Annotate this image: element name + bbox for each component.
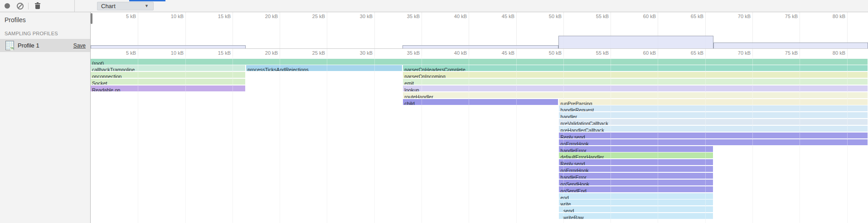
profile-view-select[interactable]: Chart ▼ [97,2,154,10]
gridline [327,49,327,223]
record-icon [5,3,10,9]
overview-memory-step [558,36,713,48]
frame-label: handleError [559,148,586,152]
flame-frame[interactable]: routeHandler [403,92,868,98]
frame-label: Readable.on [91,87,120,91]
profile-name: Profile 1 [18,42,39,49]
flame-frame[interactable]: preHandlerCallback [559,126,868,132]
flame-frame[interactable]: onErrorHook [559,139,868,145]
axis-tick-label: 35 kB [407,14,422,19]
sidebar: Profiles SAMPLING PROFILES Profile 1 Sav… [0,12,91,223]
flame-frame[interactable]: onconnection [91,72,245,78]
frame-label: onSendEnd [559,188,587,192]
flame-frame[interactable]: Readable.on [91,85,245,91]
flame-frame[interactable]: end [559,193,713,199]
gridline [138,12,138,48]
flame-frame[interactable]: Reply.send [559,159,713,165]
flame-frame[interactable]: processTicksAndRejections [246,65,402,71]
axis-tick-label: 60 kB [643,14,658,19]
flame-frame[interactable]: handleError [559,146,713,152]
frame-label: preValidationCallback [559,121,608,125]
axis-tick-label: 75 kB [785,50,800,56]
frame-label: onconnection [91,74,121,78]
flame-frame[interactable]: Reply.send [559,133,868,138]
axis-tick-label: 5 kB [126,50,138,56]
flame-frame[interactable]: handleRequest [559,105,868,111]
gridline [516,12,517,48]
frame-label: handleRequest [559,107,594,111]
frame-label: handleError [559,175,586,179]
sidebar-section-label: SAMPLING PROFILES [0,27,90,39]
frame-label: emit [403,81,414,85]
active-tab-underline [129,0,165,1]
frame-label: onSendHook [559,181,589,185]
flame-frame[interactable]: (root) [91,59,868,65]
clear-profiles-button[interactable] [15,0,25,11]
flame-frame[interactable]: emit [403,79,868,85]
block-icon [17,3,24,9]
axis-tick-label: 30 kB [360,50,374,56]
gridline [280,12,280,48]
chevron-down-icon: ▼ [145,4,150,8]
axis-tick-label: 50 kB [549,14,563,19]
frame-label: onErrorHook [559,168,588,172]
save-profile-link[interactable]: Save [73,43,86,49]
flame-frame[interactable]: runPreParsing [559,99,868,105]
flame-frame[interactable]: Socket [91,79,245,85]
axis-tick-label: 55 kB [596,14,611,19]
flame-frame[interactable]: parserOnHeadersComplete [403,65,868,71]
flame-frame[interactable]: handleError [559,173,713,179]
flame-frame[interactable]: lookup [403,85,868,91]
frame-label: parserOnIncoming [403,74,446,78]
gridline [327,12,327,48]
gridline [374,49,375,223]
flame-frame[interactable]: onErrorHook [559,166,713,172]
axis-tick-label: 55 kB [596,50,611,56]
flame-frame[interactable]: _writeRaw [559,213,713,219]
axis-tick-label: 65 kB [691,50,705,56]
axis-tick-label: 65 kB [691,14,705,19]
axis-tick-label: 75 kB [785,14,800,19]
flame-frame[interactable]: defaultErrorHandler [559,152,713,158]
sampling-profile-icon [5,41,14,50]
record-button[interactable] [2,0,13,11]
axis-tick-label: 70 kB [738,50,752,56]
flame-frame[interactable]: _send [559,206,713,212]
axis-tick-label: 25 kB [312,14,327,19]
axis-tick-label: 35 kB [407,50,422,56]
axis-tick-label: 5 kB [126,14,138,19]
frame-label: preHandlerCallback [559,128,604,132]
axis-tick-label: 10 kB [171,50,185,56]
overview-memory-step [402,45,558,48]
delete-profile-button[interactable] [32,0,43,11]
sidebar-item-profile-1[interactable]: Profile 1 Save [0,39,90,52]
overview-window-handle[interactable] [91,13,92,24]
gridline [374,12,375,48]
frame-label: routeHandler [403,94,433,98]
overview-pane: 5 kB10 kB15 kB20 kB25 kB30 kB35 kB40 kB4… [91,12,868,49]
flame-chart: 5 kB10 kB15 kB20 kB25 kB30 kB35 kB40 kB4… [91,49,868,223]
flame-frame[interactable]: parserOnIncoming [403,72,868,78]
flame-frame[interactable]: callbackTrampoline [91,65,245,71]
axis-tick-label: 45 kB [502,50,516,56]
frame-label: processTicksAndRejections [246,67,309,71]
frame-label: (root) [91,61,104,65]
frame-label: _send [559,208,574,212]
flame-frame[interactable]: write_ [559,199,713,205]
axis-tick-label: 20 kB [265,14,280,19]
flame-frame[interactable]: onSendHook [559,180,713,185]
axis-tick-label: 50 kB [549,50,563,56]
flame-frame[interactable]: child [403,99,558,105]
flame-frame[interactable]: onSendEnd [559,186,713,192]
gridline [280,49,280,223]
flame-frame[interactable]: handler [559,112,868,118]
profile-view-select-value: Chart [101,3,116,9]
axis-tick-label: 80 kB [833,14,847,19]
frame-label: _writeRaw [559,215,583,219]
frame-label: Reply.send [559,134,585,138]
flame-frame[interactable]: preValidationCallback [559,119,868,125]
content: Profiles SAMPLING PROFILES Profile 1 Sav… [0,12,868,223]
frame-label: handler [559,114,577,118]
chart-pane: 5 kB10 kB15 kB20 kB25 kB30 kB35 kB40 kB4… [91,12,868,223]
axis-tick-label: 20 kB [265,50,280,56]
